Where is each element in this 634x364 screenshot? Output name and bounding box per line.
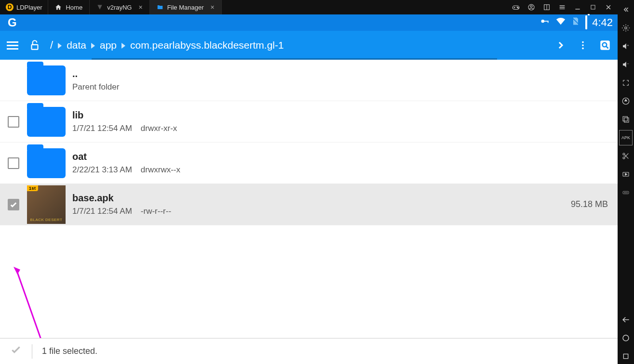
svg-point-3 [518, 8, 519, 9]
unlock-icon[interactable] [28, 39, 41, 52]
scissors-icon[interactable] [619, 148, 633, 164]
svg-point-31 [625, 192, 626, 193]
selection-footer: 1 file selected. [0, 338, 618, 364]
folder-icon [27, 148, 66, 178]
svg-point-32 [627, 192, 628, 193]
file-date: 2/22/21 3:13 AM [72, 165, 132, 175]
annotation-arrow [13, 267, 71, 338]
svg-marker-0 [97, 5, 102, 9]
status-right: 4:42 [539, 16, 613, 29]
home-nav-icon[interactable] [619, 330, 633, 346]
settings-gear-icon[interactable] [619, 20, 633, 36]
wifi-icon [555, 16, 566, 29]
row-checkbox[interactable] [8, 116, 19, 128]
folder-icon [157, 4, 163, 11]
clock: 4:42 [592, 16, 613, 29]
svg-rect-11 [32, 45, 38, 50]
file-list: .. Parent folder lib 1/7/21 12:54 AM drw… [0, 60, 618, 338]
svg-point-12 [582, 41, 584, 43]
keymap-icon[interactable] [619, 93, 633, 109]
hamburger-menu-icon[interactable] [6, 39, 19, 52]
divider [32, 344, 32, 359]
file-name: .. [72, 68, 611, 79]
maximize-icon[interactable] [589, 3, 597, 12]
apk-icon: BLACK DESERT [27, 185, 66, 224]
tab-v2rayng[interactable]: v2rayNG × [90, 0, 149, 14]
file-name: base.apk [72, 193, 564, 204]
tab-home[interactable]: Home [48, 0, 90, 14]
file-name: oat [72, 151, 611, 162]
screenshot-icon[interactable] [542, 3, 551, 12]
no-sim-icon [571, 16, 580, 29]
multi-instance-icon[interactable] [619, 112, 633, 127]
search-icon[interactable] [598, 39, 612, 52]
parent-folder-row[interactable]: .. Parent folder [0, 60, 618, 101]
svg-rect-24 [624, 118, 629, 122]
folder-row[interactable]: oat 2/22/21 3:13 AM drwxrwx--x [0, 143, 618, 184]
minimize-icon[interactable] [573, 3, 582, 12]
tab-label: File Manager [167, 4, 204, 11]
svg-point-5 [530, 5, 532, 7]
svg-line-17 [16, 270, 58, 338]
svg-text:−: − [627, 62, 629, 66]
svg-point-19 [625, 27, 627, 29]
gamepad-icon[interactable] [512, 3, 520, 12]
home-icon [55, 4, 62, 11]
recents-icon[interactable] [619, 349, 633, 364]
tab-label: Home [66, 4, 82, 11]
volume-down-icon[interactable]: − [619, 57, 633, 72]
check-icon[interactable] [10, 343, 22, 359]
chevron-right-icon [91, 39, 95, 51]
chevron-right-icon [121, 39, 125, 51]
folder-icon [27, 65, 66, 95]
breadcrumb[interactable]: / data app com.pearlabyss.blackdesertm.g… [50, 39, 545, 52]
svg-rect-23 [623, 117, 627, 121]
close-icon[interactable]: × [211, 3, 215, 11]
svg-point-33 [623, 335, 629, 341]
file-manager-toolbar: / data app com.pearlabyss.blackdesertm.g… [0, 31, 618, 60]
collapse-icon[interactable] [619, 2, 633, 17]
emulator-title: LDPlayer [16, 4, 42, 11]
user-icon[interactable] [527, 3, 536, 12]
selection-text: 1 file selected. [42, 346, 97, 356]
tab-label: v2rayNG [107, 4, 132, 11]
record-icon[interactable] [619, 167, 633, 182]
volume-up-icon[interactable]: + [619, 39, 633, 54]
close-icon[interactable]: × [138, 3, 142, 11]
chevron-right-icon [58, 39, 62, 51]
svg-point-2 [517, 7, 518, 8]
svg-marker-28 [625, 173, 627, 175]
battery-icon [585, 16, 587, 29]
svg-text:+: + [627, 43, 629, 48]
apk-install-icon[interactable]: APK [619, 130, 633, 145]
folder-row[interactable]: lib 1/7/21 12:54 AM drwxr-xr-x [0, 101, 618, 143]
breadcrumb-segment[interactable]: com.pearlabyss.blackdesertm.gl-1 [130, 39, 284, 51]
breadcrumb-segment[interactable]: data [67, 39, 86, 51]
breadcrumb-segment[interactable]: app [100, 39, 117, 51]
close-window-icon[interactable] [604, 3, 613, 12]
file-name: lib [72, 110, 611, 121]
file-permissions: -rw-r--r-- [141, 207, 171, 216]
more-dots-icon[interactable] [619, 185, 633, 200]
menu-icon[interactable] [558, 3, 567, 12]
row-checkbox[interactable] [8, 199, 19, 210]
emulator-sidebar: + − APK [618, 0, 634, 364]
file-row[interactable]: BLACK DESERT base.apk 1/7/21 12:54 AM -r… [0, 184, 618, 225]
vpn-key-icon [539, 16, 551, 29]
tab-file-manager[interactable]: File Manager × [150, 0, 222, 14]
emulator-brand: D LDPlayer [0, 0, 48, 14]
fullscreen-icon[interactable] [619, 75, 633, 91]
file-permissions: drwxrwx--x [141, 165, 180, 175]
breadcrumb-root[interactable]: / [50, 39, 53, 52]
apk-thumb-label: BLACK DESERT [30, 218, 63, 222]
forward-icon[interactable] [554, 39, 567, 52]
ldplayer-icon: D [6, 3, 13, 11]
folder-icon [27, 107, 66, 137]
v2ray-icon [96, 4, 103, 11]
back-icon[interactable] [619, 312, 633, 327]
row-checkbox[interactable] [8, 157, 19, 169]
more-vert-icon[interactable] [576, 39, 590, 52]
svg-point-30 [624, 192, 625, 193]
file-permissions: drwxr-xr-x [141, 124, 177, 133]
android-status-bar: G 4:42 [0, 14, 618, 31]
